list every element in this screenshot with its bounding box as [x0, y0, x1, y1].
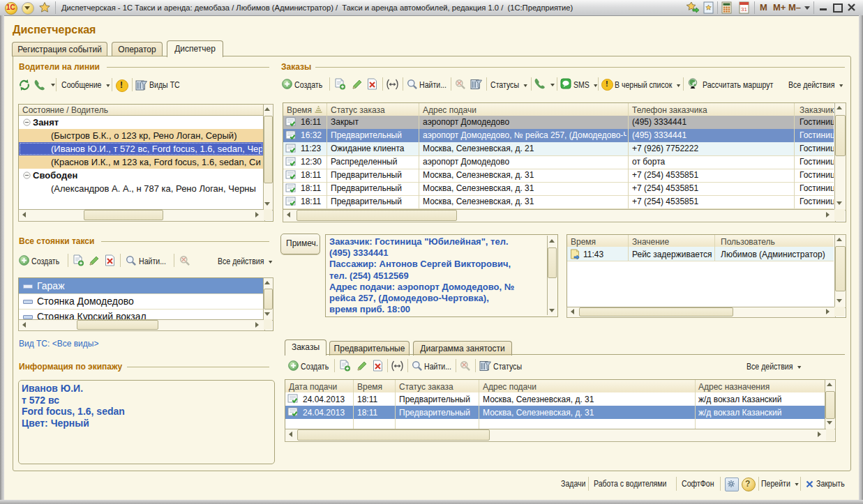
- svg-text:31: 31: [741, 6, 747, 13]
